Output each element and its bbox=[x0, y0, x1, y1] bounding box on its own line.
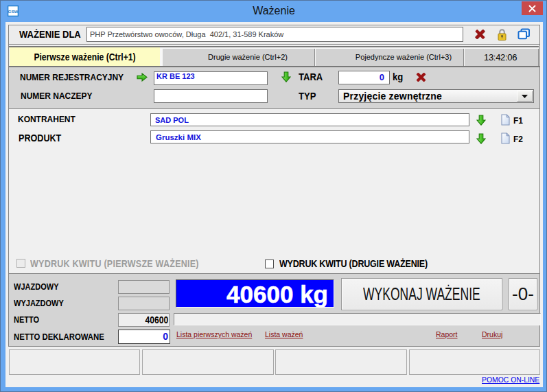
svg-text:GSW: GSW bbox=[8, 9, 19, 14]
